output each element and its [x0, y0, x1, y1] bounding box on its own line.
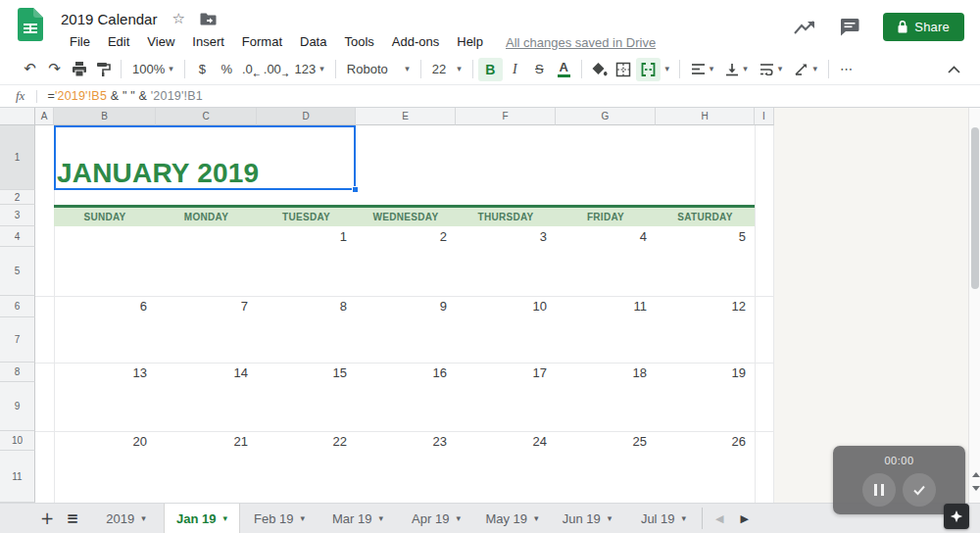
sheet-tab-menu-caret[interactable]: ▾ — [682, 514, 687, 523]
sheet-tab-menu-caret[interactable]: ▾ — [141, 514, 146, 523]
save-status-link[interactable]: All changes saved in Drive — [506, 35, 656, 50]
star-icon[interactable]: ☆ — [172, 12, 184, 26]
select-all-corner[interactable] — [0, 108, 35, 125]
borders-button[interactable] — [612, 58, 636, 81]
date-cell-2[interactable]: 2 — [356, 229, 447, 245]
italic-button[interactable]: I — [503, 58, 527, 81]
date-cell-24[interactable]: 24 — [456, 434, 547, 450]
finish-recording-button[interactable] — [903, 473, 936, 507]
format-currency-button[interactable]: $ — [190, 58, 215, 81]
strikethrough-button[interactable]: S — [527, 58, 552, 81]
paint-format-button[interactable] — [91, 58, 116, 81]
date-cell-22[interactable]: 22 — [257, 434, 347, 450]
day-header-wednesday[interactable]: WEDNESDAY — [356, 208, 456, 226]
row-header-4[interactable]: 4 — [0, 226, 35, 247]
scroll-tabs-right-icon[interactable]: ▶ — [740, 512, 748, 525]
date-cell-19[interactable]: 19 — [656, 365, 746, 381]
scrollbar-thumb[interactable] — [971, 127, 979, 289]
scroll-down-icon[interactable] — [972, 486, 980, 491]
redo-button[interactable]: ↷ — [42, 58, 67, 81]
date-cell-10[interactable]: 10 — [456, 299, 547, 315]
row-header-3[interactable]: 3 — [0, 205, 35, 226]
date-cell-3[interactable]: 3 — [456, 229, 547, 245]
vertical-scrollbar[interactable] — [968, 108, 980, 503]
date-cell-7[interactable]: 7 — [156, 299, 248, 315]
date-cell-8[interactable]: 8 — [257, 299, 347, 315]
all-sheets-button[interactable]: ≡ — [63, 504, 82, 533]
column-header-F[interactable]: F — [456, 108, 556, 125]
formula-input[interactable]: ='2019'!B5 & " " & '2019'!B1 — [47, 89, 203, 103]
merge-cells-button[interactable] — [636, 58, 661, 81]
date-cell-25[interactable]: 25 — [556, 434, 647, 450]
sheet-tab-apr-19[interactable]: Apr 19▾ — [397, 504, 475, 533]
text-color-button[interactable]: A — [552, 58, 576, 81]
menu-data[interactable]: Data — [291, 32, 335, 52]
menu-help[interactable]: Help — [448, 32, 492, 52]
bold-button[interactable]: B — [478, 58, 503, 81]
sheet-tab-jun-19[interactable]: Jun 19▾ — [549, 504, 625, 533]
date-cell-17[interactable]: 17 — [456, 365, 547, 381]
date-cell-18[interactable]: 18 — [556, 365, 647, 381]
row-header-5[interactable]: 5 — [0, 247, 35, 296]
zoom-control[interactable]: 100%▾ — [126, 58, 179, 81]
sheet-tab-menu-caret[interactable]: ▾ — [222, 514, 227, 523]
document-title[interactable]: 2019 Calendar — [61, 11, 157, 27]
row-header-1[interactable]: 1 — [0, 125, 35, 190]
increase-decimal-button[interactable]: .00→ — [264, 58, 289, 81]
date-cell-16[interactable]: 16 — [356, 365, 447, 381]
more-toolbar-button[interactable]: ⋯ — [834, 58, 858, 81]
decrease-decimal-button[interactable]: .0← — [239, 58, 264, 81]
row-header-11[interactable]: 11 — [0, 451, 35, 503]
date-cell-5[interactable]: 5 — [656, 229, 746, 245]
date-cell-12[interactable]: 12 — [656, 299, 746, 315]
row-header-10[interactable]: 10 — [0, 431, 35, 451]
row-header-9[interactable]: 9 — [0, 382, 35, 431]
sheet-tab-menu-caret[interactable]: ▾ — [534, 514, 539, 523]
date-cell-21[interactable]: 21 — [156, 434, 248, 450]
recorder-extension-badge[interactable] — [944, 504, 969, 529]
menu-add-ons[interactable]: Add-ons — [383, 32, 448, 52]
column-header-C[interactable]: C — [156, 108, 257, 125]
date-cell-6[interactable]: 6 — [54, 299, 147, 315]
column-header-D[interactable]: D — [257, 108, 356, 125]
text-rotation-button[interactable]: ▾ — [788, 58, 823, 81]
row-header-8[interactable]: 8 — [0, 363, 35, 382]
day-header-thursday[interactable]: THURSDAY — [456, 208, 556, 226]
merge-cells-caret[interactable]: ▾ — [661, 58, 674, 81]
undo-button[interactable]: ↶ — [18, 58, 42, 81]
format-percent-button[interactable]: % — [215, 58, 239, 81]
text-wrap-button[interactable]: ▾ — [754, 58, 789, 81]
date-cell-4[interactable]: 4 — [556, 229, 647, 245]
sheets-logo-icon[interactable] — [18, 8, 43, 45]
column-header-G[interactable]: G — [556, 108, 656, 125]
sheet-tab-may-19[interactable]: May 19▾ — [475, 504, 549, 533]
print-button[interactable] — [67, 58, 91, 81]
menu-tools[interactable]: Tools — [335, 32, 382, 52]
sheet-tab-menu-caret[interactable]: ▾ — [608, 514, 612, 523]
add-sheet-button[interactable]: + — [37, 504, 57, 533]
day-header-monday[interactable]: MONDAY — [156, 208, 257, 226]
sheet-tab-menu-caret[interactable]: ▾ — [378, 514, 383, 523]
date-cell-1[interactable]: 1 — [257, 229, 347, 245]
share-button[interactable]: Share — [883, 13, 964, 41]
date-cell-11[interactable]: 11 — [556, 299, 647, 315]
date-cell-26[interactable]: 26 — [656, 434, 746, 450]
menu-view[interactable]: View — [138, 32, 183, 52]
date-cell-23[interactable]: 23 — [356, 434, 447, 450]
more-formats-button[interactable]: 123▾ — [289, 58, 330, 81]
day-header-sunday[interactable]: SUNDAY — [54, 208, 156, 226]
menu-edit[interactable]: Edit — [99, 32, 138, 52]
selection-fill-handle[interactable] — [352, 186, 359, 193]
sheet-tab-menu-caret[interactable]: ▾ — [456, 514, 461, 523]
column-header-B[interactable]: B — [54, 108, 156, 125]
sheet-tab-mar-19[interactable]: Mar 19▾ — [318, 504, 397, 533]
day-header-tuesday[interactable]: TUESDAY — [257, 208, 356, 226]
date-cell-9[interactable]: 9 — [356, 299, 447, 315]
sheet-tab-jul-19[interactable]: Jul 19▾ — [625, 504, 702, 533]
day-header-saturday[interactable]: SATURDAY — [656, 208, 755, 226]
vertical-align-button[interactable]: ▾ — [719, 58, 754, 81]
font-size-select[interactable]: 22▾ — [426, 58, 467, 81]
date-cell-20[interactable]: 20 — [54, 434, 147, 450]
horizontal-align-button[interactable]: ▾ — [685, 58, 720, 81]
sheet-tab-2019[interactable]: 2019▾ — [88, 504, 164, 533]
